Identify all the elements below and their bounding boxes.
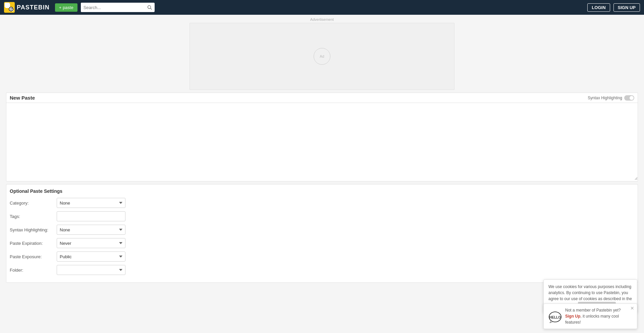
tags-label: Tags: (10, 214, 57, 219)
tags-control (57, 211, 125, 221)
folder-control (57, 265, 125, 275)
svg-rect-6 (10, 8, 13, 9)
cookie-notice: We use cookies for various purposes incl… (543, 279, 637, 283)
new-paste-button[interactable]: + paste (55, 3, 77, 12)
paste-section: New Paste Syntax Highlighting (6, 93, 638, 181)
exposure-control: Public Unlisted Private (57, 252, 125, 262)
syntax-highlight-toggle[interactable] (624, 95, 634, 101)
logo-text: PASTEBIN (17, 4, 50, 11)
exposure-label: Paste Exposure: (10, 254, 57, 259)
ad-label: Advertisement (6, 17, 638, 21)
expiration-control: Never 10 Minutes 1 Hour 1 Day 1 Week 2 W… (57, 238, 125, 248)
logo-icon (4, 2, 15, 13)
folder-row: Folder: (10, 265, 634, 275)
exposure-row: Paste Exposure: Public Unlisted Private (10, 252, 634, 262)
syntax-highlight-label: Syntax Highlighting (588, 96, 622, 100)
folder-select[interactable] (57, 265, 125, 275)
syntax-highlight-area: Syntax Highlighting (588, 95, 634, 101)
login-button[interactable]: LOGIN (587, 3, 610, 12)
syntax-label: Syntax Highlighting: (10, 227, 57, 232)
main-content: Advertisement Ad New Paste Syntax Highli… (3, 17, 641, 283)
signup-button[interactable]: SIGN UP (613, 3, 640, 12)
expiration-row: Paste Expiration: Never 10 Minutes 1 Hou… (10, 238, 634, 248)
syntax-control: None (57, 225, 125, 235)
svg-rect-1 (5, 3, 10, 8)
syntax-row: Syntax Highlighting: None (10, 225, 634, 235)
search-container (81, 3, 155, 12)
folder-label: Folder: (10, 268, 57, 273)
paste-textarea[interactable] (6, 103, 638, 180)
category-label: Category: (10, 201, 57, 206)
expiration-label: Paste Expiration: (10, 241, 57, 246)
search-input[interactable] (81, 3, 145, 12)
ad-inner: Ad (314, 48, 330, 65)
svg-line-9 (150, 8, 152, 10)
svg-rect-7 (10, 9, 12, 10)
expiration-select[interactable]: Never 10 Minutes 1 Hour 1 Day 1 Week 2 W… (57, 238, 125, 248)
logo[interactable]: PASTEBIN (4, 2, 50, 13)
category-select[interactable]: None (57, 198, 125, 208)
svg-rect-4 (6, 7, 8, 7)
search-icon (147, 5, 152, 10)
svg-rect-3 (6, 5, 9, 6)
settings-section: Optional Paste Settings Category: None T… (6, 184, 638, 283)
syntax-select[interactable]: None (57, 225, 125, 235)
category-row: Category: None (10, 198, 634, 208)
ad-container: Advertisement Ad (6, 17, 638, 90)
category-control: None (57, 198, 125, 208)
ad-box: Ad (190, 23, 454, 90)
exposure-select[interactable]: Public Unlisted Private (57, 252, 125, 262)
paste-title: New Paste (10, 95, 35, 101)
tags-row: Tags: (10, 211, 634, 221)
paste-header: New Paste Syntax Highlighting (6, 93, 638, 103)
search-button[interactable] (145, 5, 155, 10)
tags-input[interactable] (57, 211, 125, 221)
settings-title: Optional Paste Settings (10, 188, 634, 194)
header: PASTEBIN + paste LOGIN SIGN UP (0, 0, 644, 15)
svg-rect-2 (6, 4, 9, 5)
svg-rect-5 (9, 7, 13, 11)
